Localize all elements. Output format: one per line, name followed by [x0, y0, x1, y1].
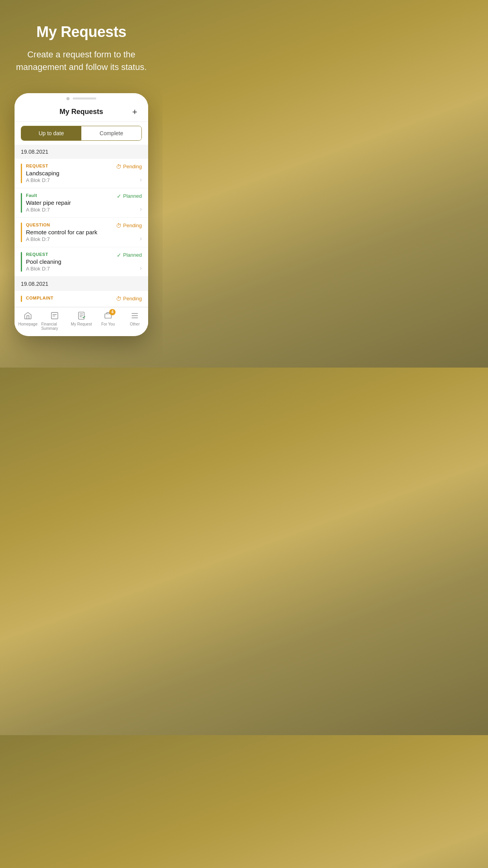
chevron-right-icon: ›	[140, 206, 142, 213]
item-title: Landscaping	[26, 170, 112, 177]
nav-label-foryou: For You	[101, 322, 115, 326]
item-subtitle: A Blok D:7	[26, 266, 113, 272]
item-right: ⏱ Pending ›	[116, 164, 142, 183]
svg-rect-1	[79, 312, 84, 319]
planned-icon: ✓	[117, 193, 121, 199]
item-body: COMPLAINT	[26, 296, 112, 302]
phone-header: My Requests +	[15, 100, 148, 122]
nav-label-homepage: Homepage	[18, 322, 38, 326]
planned-icon: ✓	[117, 252, 121, 258]
notch-bar	[73, 97, 96, 99]
item-title: Water pipe repair	[26, 199, 113, 206]
item-right: ⏱ Pending ›	[116, 223, 142, 242]
item-body: REQUEST Landscaping A Blok D:7	[26, 164, 112, 183]
status-badge: ⏱ Pending	[116, 164, 142, 170]
hero-subtitle: Create a request form to the management …	[12, 48, 151, 74]
phone-notch	[15, 93, 148, 100]
pending-icon: ⏱	[116, 223, 121, 229]
foryou-icon: 4	[103, 311, 113, 321]
item-subtitle: A Blok D:7	[26, 236, 112, 242]
item-title: Pool cleaning	[26, 258, 113, 265]
item-type: Fault	[26, 193, 113, 198]
list-item[interactable]: Fault Water pipe repair A Blok D:7 ✓ Pla…	[15, 188, 148, 218]
list-item[interactable]: COMPLAINT ⏱ Pending	[15, 291, 148, 307]
nav-item-homepage[interactable]: Homepage	[15, 311, 41, 331]
tab-complete[interactable]: Complete	[81, 126, 141, 140]
nav-label-financial: Financial Summary	[41, 322, 68, 331]
app-wrapper: My Requests Create a request form to the…	[0, 0, 163, 368]
pending-icon: ⏱	[116, 164, 121, 170]
item-right: ✓ Planned ›	[117, 252, 142, 272]
item-type: QUESTION	[26, 223, 112, 227]
chevron-right-icon: ›	[140, 235, 142, 242]
nav-item-foryou[interactable]: 4 For You	[95, 311, 121, 331]
phone-mockup: My Requests + Up to date Complete 19.08.…	[15, 93, 148, 336]
nav-item-other[interactable]: Other	[121, 311, 148, 331]
item-type: REQUEST	[26, 164, 112, 168]
nav-label-myrequest: My Request	[71, 322, 92, 326]
date-section-1: 19.08.2021	[15, 145, 148, 159]
phone-header-title: My Requests	[33, 108, 129, 116]
finance-icon	[50, 311, 60, 321]
nav-item-financial[interactable]: Financial Summary	[41, 311, 68, 331]
notification-badge: 4	[109, 309, 116, 315]
status-badge: ✓ Planned	[117, 193, 142, 199]
tab-uptodate[interactable]: Up to date	[21, 126, 81, 140]
left-bar-orange	[21, 223, 22, 242]
add-request-button[interactable]: +	[129, 107, 140, 118]
chevron-right-icon: ›	[140, 265, 142, 272]
list-item[interactable]: REQUEST Landscaping A Blok D:7 ⏱ Pending…	[15, 159, 148, 188]
item-type: COMPLAINT	[26, 296, 112, 300]
date-section-2: 19.08.2021	[15, 277, 148, 291]
list-item[interactable]: REQUEST Pool cleaning A Blok D:7 ✓ Plann…	[15, 247, 148, 277]
hero-title: My Requests	[12, 24, 151, 40]
hero-section: My Requests Create a request form to the…	[0, 0, 163, 85]
status-badge: ⏱ Pending	[116, 223, 142, 229]
svg-rect-0	[51, 313, 58, 319]
other-icon	[130, 311, 140, 321]
nav-label-other: Other	[130, 322, 139, 326]
item-body: REQUEST Pool cleaning A Blok D:7	[26, 252, 113, 272]
left-bar-orange	[21, 164, 22, 183]
phone-content: My Requests + Up to date Complete 19.08.…	[15, 100, 148, 336]
chevron-right-icon: ›	[140, 176, 142, 183]
tab-bar: Up to date Complete	[21, 126, 142, 141]
item-right: ⏱ Pending	[116, 296, 142, 302]
item-right: ✓ Planned ›	[117, 193, 142, 213]
pending-icon: ⏱	[116, 296, 121, 302]
phone-bottom-nav: Homepage Financial Summary	[15, 307, 148, 335]
status-badge: ⏱ Pending	[116, 296, 142, 302]
list-item[interactable]: QUESTION Remote control for car park A B…	[15, 218, 148, 247]
item-body: QUESTION Remote control for car park A B…	[26, 223, 112, 242]
left-bar-green	[21, 193, 22, 213]
home-icon	[23, 311, 33, 321]
left-bar-orange	[21, 296, 22, 302]
item-subtitle: A Blok D:7	[26, 207, 113, 213]
nav-item-myrequest[interactable]: My Request	[68, 311, 95, 331]
notch-dot	[66, 97, 70, 100]
item-subtitle: A Blok D:7	[26, 177, 112, 183]
item-title: Remote control for car park	[26, 229, 112, 235]
item-type: REQUEST	[26, 252, 113, 257]
request-icon	[76, 311, 86, 321]
item-body: Fault Water pipe repair A Blok D:7	[26, 193, 113, 213]
left-bar-green	[21, 252, 22, 272]
status-badge: ✓ Planned	[117, 252, 142, 258]
